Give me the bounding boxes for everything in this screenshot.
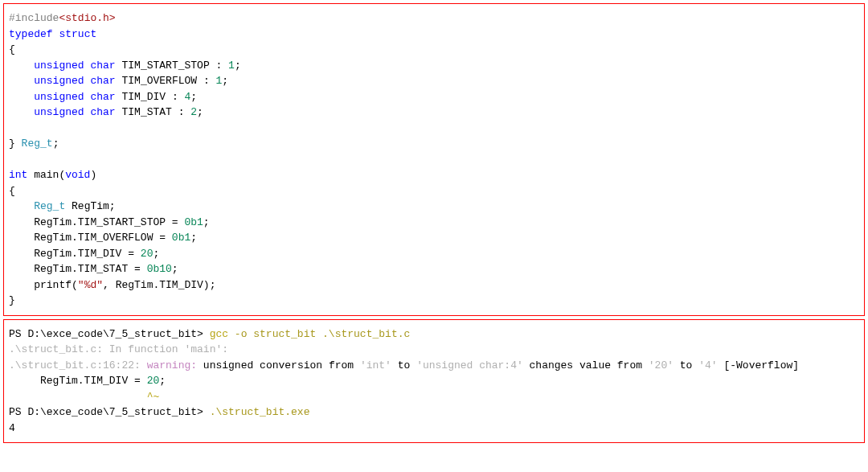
code-line: RegTim.TIM_OVERFLOW = 0b1; (9, 230, 859, 246)
token: gcc (210, 328, 228, 340)
code-line: printf("%d", RegTim.TIM_DIV); (9, 277, 859, 293)
token: main( (27, 169, 65, 181)
token: ; (203, 216, 210, 228)
token: 20 (141, 248, 154, 260)
token: ; (53, 137, 59, 150)
token: ; (172, 263, 178, 275)
token: char (90, 60, 115, 72)
token: Reg_t (22, 137, 53, 150)
token: .\struct_bit.c:16:22: (9, 359, 147, 371)
code-line: RegTim.TIM_STAT = 0b10; (9, 261, 859, 277)
token: struct (59, 28, 96, 40)
token: RegTim.TIM_STAT = (9, 263, 147, 275)
code-line: RegTim.TIM_DIV = 20; (9, 246, 859, 262)
token: ; (190, 91, 197, 103)
terminal-line: 4 (9, 421, 859, 437)
token: ^~ (147, 391, 160, 403)
token: warning: (147, 359, 197, 371)
token: unsigned (34, 60, 84, 72)
token (9, 391, 147, 403)
code-line: { (9, 183, 859, 199)
token: } (9, 137, 22, 150)
token: to (674, 359, 698, 371)
token: ; (159, 375, 166, 387)
token: RegTim.TIM_DIV = (9, 375, 147, 387)
code-line: int main(void) (9, 167, 859, 183)
token: ; (153, 248, 159, 260)
terminal-line: ^~ (9, 389, 859, 405)
token: { (9, 185, 15, 197)
token: to (391, 359, 416, 371)
code-content: #include<stdio.h>typedef struct{ unsigne… (9, 10, 859, 309)
token: Reg_t (34, 200, 65, 212)
token: TIM_DIV : (116, 91, 185, 103)
token: { (9, 43, 15, 55)
token: PS D:\exce_code\7_5_struct_bit> (9, 406, 210, 418)
code-line (9, 152, 859, 168)
token: char (90, 106, 115, 118)
token: RegTim.TIM_OVERFLOW = (9, 232, 172, 244)
terminal-line: PS D:\exce_code\7_5_struct_bit> .\struct… (9, 404, 859, 421)
code-line: unsigned char TIM_OVERFLOW : 1; (9, 73, 859, 89)
terminal-panel: PS D:\exce_code\7_5_struct_bit> gcc -o s… (3, 319, 865, 444)
token: ; (222, 75, 228, 87)
code-line: typedef struct (9, 27, 859, 43)
token: ; (190, 232, 197, 244)
token: 4 (9, 422, 15, 434)
terminal-line: RegTim.TIM_DIV = 20; (9, 373, 859, 389)
code-line: unsigned char TIM_START_STOP : 1; (9, 58, 859, 74)
code-line: unsigned char TIM_DIV : 4; (9, 89, 859, 105)
token: RegTim.TIM_START_STOP = (9, 216, 184, 228)
token: TIM_START_STOP : (116, 60, 228, 72)
token: unsigned (34, 91, 84, 103)
token: TIM_OVERFLOW : (116, 75, 216, 87)
token: PS D:\exce_code\7_5_struct_bit> (9, 328, 210, 340)
terminal-content: PS D:\exce_code\7_5_struct_bit> gcc -o s… (9, 326, 859, 437)
token: "%d" (78, 279, 103, 291)
token: <stdio.h> (59, 12, 115, 24)
code-line: #include<stdio.h> (9, 10, 859, 27)
token: #include (9, 12, 59, 24)
token: '4' (698, 359, 717, 371)
token (9, 106, 34, 118)
token: ) (90, 169, 96, 181)
token: changes value from (523, 359, 649, 371)
token: -o struct_bit .\struct_bit.c (228, 328, 410, 340)
token: '20' (649, 359, 674, 371)
token (9, 75, 34, 87)
code-line: unsigned char TIM_STAT : 2; (9, 105, 859, 121)
terminal-line: .\struct_bit.c:16:22: warning: unsigned … (9, 358, 859, 374)
token: 2 (190, 106, 197, 118)
token: int (9, 169, 27, 181)
token: RegTim; (65, 200, 115, 212)
token (9, 91, 34, 103)
token: unsigned (34, 75, 84, 87)
token: } (9, 294, 15, 306)
token: TIM_STAT : (116, 106, 191, 118)
token: RegTim.TIM_DIV = (9, 248, 141, 260)
token: 0b1 (172, 232, 190, 244)
token: char (90, 75, 115, 87)
token (9, 200, 34, 212)
code-line (9, 121, 859, 137)
token: 0b10 (147, 263, 172, 275)
code-line: Reg_t RegTim; (9, 199, 859, 215)
token: void (65, 169, 90, 181)
terminal-line: .\struct_bit.c: In function 'main': (9, 342, 859, 358)
token: 20 (147, 375, 160, 387)
token: 1 (228, 60, 235, 72)
token: .\struct_bit.exe (210, 406, 310, 418)
code-line: } (9, 293, 859, 309)
code-line: { (9, 42, 859, 58)
token: printf( (9, 279, 78, 291)
code-line: RegTim.TIM_START_STOP = 0b1; (9, 215, 859, 231)
token (9, 60, 34, 72)
token: [-Woverflow] (718, 359, 799, 371)
token: char (90, 91, 115, 103)
token: unsigned (34, 106, 84, 118)
token: 0b1 (184, 216, 203, 228)
token: ; (197, 106, 203, 118)
token: , RegTim.TIM_DIV); (103, 279, 215, 291)
token: unsigned conversion from (197, 359, 360, 371)
token: 'int' (360, 359, 391, 371)
